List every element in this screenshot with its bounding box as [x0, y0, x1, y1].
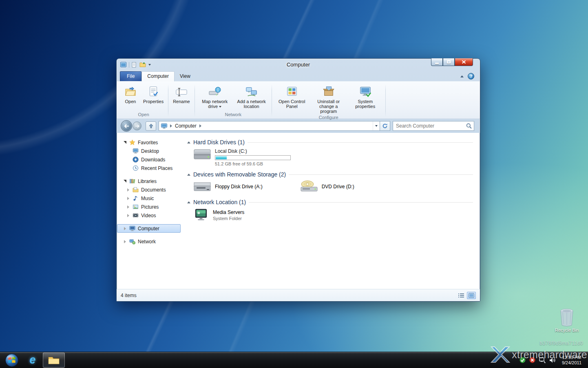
expander-closed-icon[interactable] [124, 240, 126, 243]
tab-computer[interactable]: Computer [141, 71, 175, 82]
expander-closed-icon[interactable] [127, 188, 129, 192]
help-icon[interactable]: ? [468, 73, 474, 79]
music-icon [133, 195, 139, 201]
ribbon: Open Properties Open Rename [117, 81, 480, 119]
close-button[interactable] [455, 58, 473, 66]
qat-properties-icon[interactable] [132, 62, 137, 68]
sidebar-item-computer[interactable]: Computer [117, 224, 181, 233]
ribbon-separator [385, 84, 386, 117]
details-view-button[interactable] [457, 292, 466, 299]
expander-open-icon[interactable] [124, 141, 126, 144]
section-header-network-location[interactable]: Network Location (1) [187, 199, 473, 205]
device-name: DVD Drive (D:) [322, 184, 354, 190]
tab-file[interactable]: File [120, 71, 141, 81]
tab-view[interactable]: View [175, 72, 196, 81]
minimize-ribbon-icon[interactable] [460, 75, 464, 77]
documents-icon [133, 187, 139, 193]
open-button[interactable]: Open [121, 84, 140, 105]
sidebar-item-recent-places[interactable]: Recent Places [117, 164, 181, 172]
local-disk-icon [193, 148, 211, 161]
media-servers-icon [193, 208, 209, 223]
media-servers-item[interactable]: Media Servers System Folder [193, 208, 473, 223]
computer-icon [161, 123, 167, 129]
desktop[interactable]: Computer File Computer View ? [0, 0, 588, 368]
expander-closed-icon[interactable] [127, 197, 129, 200]
section-header-hard-disks[interactable]: Hard Disk Drives (1) [187, 139, 473, 145]
taskbar-clock[interactable]: 12:59 PM 9/24/2011 [562, 355, 581, 366]
sidebar-item-downloads[interactable]: Downloads [117, 155, 181, 164]
tray-volume-icon[interactable] [549, 357, 556, 363]
sidebar-item-music[interactable]: Music [117, 194, 181, 203]
up-button[interactable] [146, 121, 156, 131]
sidebar-item-documents[interactable]: Documents [117, 185, 181, 194]
section-collapse-icon [187, 141, 190, 143]
section-header-removable[interactable]: Devices with Removable Storage (2) [187, 171, 473, 178]
tray-network-icon[interactable] [539, 357, 546, 363]
refresh-button[interactable] [380, 121, 390, 131]
taskbar-ie-button[interactable]: e [24, 352, 42, 368]
dvd-drive-item[interactable]: DVD Drive (D:) [300, 180, 354, 193]
expander-closed-icon[interactable] [127, 205, 129, 209]
minimize-button[interactable] [431, 58, 443, 66]
sidebar-item-desktop[interactable]: Desktop [117, 147, 181, 155]
search-input[interactable] [396, 123, 466, 129]
tray-error-icon[interactable] [529, 357, 535, 363]
map-network-drive-button[interactable]: Map network drive [197, 84, 233, 110]
downloads-icon [133, 156, 139, 163]
sidebar-item-network[interactable]: Network [117, 237, 181, 246]
section-collapse-icon [187, 174, 190, 176]
clock-time: 12:59 PM [562, 355, 581, 360]
navigation-pane: Favorites Desktop Downloads Recent Place… [117, 133, 183, 289]
network-item-name: Media Servers [213, 209, 244, 215]
tray-update-check-icon[interactable] [519, 357, 526, 363]
add-network-location-button[interactable]: Add a network location [234, 84, 270, 110]
taskbar-explorer-button[interactable] [43, 353, 65, 368]
window-system-icon[interactable] [120, 62, 126, 67]
back-button[interactable] [121, 120, 132, 132]
expander-closed-icon[interactable] [127, 214, 129, 217]
rename-button[interactable]: Rename [170, 84, 192, 105]
properties-button[interactable]: Properties [141, 84, 166, 105]
search-icon[interactable] [466, 123, 472, 129]
map-network-drive-icon [209, 86, 221, 98]
network-item-type: System Folder [213, 216, 244, 221]
ribbon-group-label-rename [168, 112, 195, 119]
ribbon-group-network: Map network drive Add a network location… [195, 83, 272, 119]
thumbnail-view-button[interactable] [467, 292, 476, 299]
favorites-star-icon [129, 139, 135, 145]
windows-start-orb-icon [5, 353, 19, 367]
system-properties-button[interactable]: System properties [347, 84, 383, 110]
qat-separator [129, 62, 129, 68]
recycle-bin-label: Recycle Bin [555, 328, 579, 333]
title-bar[interactable]: Computer [117, 59, 480, 71]
uninstall-program-button[interactable]: Uninstall or change a program [311, 84, 347, 115]
address-field[interactable]: Computer [159, 121, 380, 131]
sidebar-item-libraries[interactable]: Libraries [117, 177, 181, 185]
qat-new-folder-icon[interactable] [139, 62, 146, 67]
open-control-panel-button[interactable]: Open Control Panel [274, 84, 310, 110]
desktop-icon [133, 148, 139, 154]
expander-open-icon[interactable] [124, 180, 126, 183]
maximize-button[interactable] [443, 58, 455, 66]
local-disk-item[interactable]: Local Disk (C:) 51.2 GB free of 59.6 GB [193, 148, 473, 166]
address-dropdown-button[interactable] [373, 121, 380, 130]
sidebar-item-favorites[interactable]: Favorites [117, 138, 181, 147]
clock-date: 9/24/2011 [562, 360, 581, 366]
thumbnail-view-icon [469, 293, 474, 298]
floppy-drive-item[interactable]: Floppy Disk Drive (A:) [193, 180, 263, 193]
recycle-bin-desktop-icon[interactable]: Recycle Bin [553, 308, 581, 333]
start-button[interactable] [0, 352, 24, 368]
search-box [393, 121, 474, 131]
content-pane: Hard Disk Drives (1) Local Disk (C:) [183, 133, 480, 289]
ribbon-group-label-open: Open [119, 112, 168, 119]
sidebar-item-videos[interactable]: Videos [117, 211, 181, 220]
open-icon [124, 86, 137, 98]
breadcrumb-computer[interactable]: Computer [175, 123, 197, 129]
refresh-icon [382, 123, 388, 129]
forward-button[interactable] [133, 121, 141, 130]
recycle-bin-icon [559, 308, 575, 327]
sidebar-item-pictures[interactable]: Pictures [117, 203, 181, 211]
up-arrow-icon [149, 123, 153, 128]
qat-customize-chevron-icon[interactable] [148, 64, 151, 66]
expander-closed-icon[interactable] [124, 227, 126, 230]
